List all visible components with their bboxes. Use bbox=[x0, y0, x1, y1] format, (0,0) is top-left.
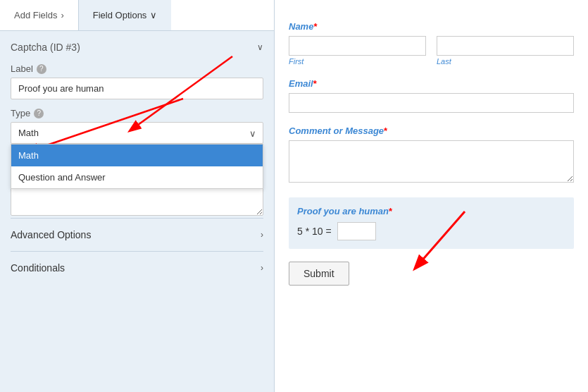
last-name-col: Last bbox=[437, 36, 574, 66]
section-chevron-icon[interactable]: ∨ bbox=[257, 42, 263, 52]
tab-field-options[interactable]: Field Options ∨ bbox=[79, 0, 172, 30]
type-dropdown: Math Question and Answer bbox=[11, 144, 263, 189]
conditionals-arrow-icon: › bbox=[261, 263, 263, 273]
label-help-icon[interactable]: ? bbox=[37, 64, 46, 74]
email-label: Email* bbox=[289, 78, 574, 89]
conditionals-section[interactable]: Conditionals › bbox=[11, 251, 263, 284]
comment-required: * bbox=[384, 125, 387, 136]
email-required: * bbox=[313, 78, 317, 89]
type-select[interactable]: Math bbox=[11, 122, 263, 144]
email-input[interactable] bbox=[289, 93, 574, 113]
type-help-icon[interactable]: ? bbox=[34, 109, 44, 118]
submit-button[interactable]: Submit bbox=[289, 262, 349, 286]
label-input[interactable] bbox=[11, 78, 263, 99]
chevron-right-icon: › bbox=[61, 10, 63, 20]
advanced-options-section[interactable]: Advanced Options › bbox=[11, 218, 263, 251]
dropdown-item-math[interactable]: Math bbox=[11, 145, 263, 166]
first-label: First bbox=[289, 57, 426, 66]
section-header: Captcha (ID #3) ∨ bbox=[11, 42, 263, 53]
name-required: * bbox=[313, 21, 317, 32]
name-field: Name* First Last bbox=[289, 21, 574, 66]
email-field: Email* bbox=[289, 78, 574, 113]
label-field-group: Label ? bbox=[11, 63, 263, 99]
type-field-label: Type ? bbox=[11, 108, 263, 118]
comment-textarea[interactable] bbox=[289, 140, 574, 183]
last-label: Last bbox=[437, 57, 574, 66]
captcha-equation: 5 * 10 = bbox=[297, 226, 332, 237]
type-select-wrapper: Math ∨ Math Question and Answer bbox=[11, 122, 263, 144]
captcha-answer-input[interactable] bbox=[337, 222, 376, 240]
advanced-options-arrow-icon: › bbox=[261, 230, 263, 240]
left-panel: Add Fields › Field Options ∨ Captcha (ID… bbox=[0, 0, 275, 392]
captcha-math: 5 * 10 = bbox=[297, 222, 565, 240]
panel-content: Captcha (ID #3) ∨ Label ? Type ? Math ∨ bbox=[0, 31, 274, 392]
captcha-section: Proof you are human* 5 * 10 = bbox=[289, 197, 574, 249]
first-name-col: First bbox=[289, 36, 426, 66]
captcha-label: Proof you are human* bbox=[297, 206, 565, 216]
comment-field: Comment or Message* bbox=[289, 125, 574, 185]
first-name-input[interactable] bbox=[289, 36, 426, 56]
right-panel: Name* First Last Email* Comment or Messa… bbox=[275, 0, 588, 392]
comment-label: Comment or Message* bbox=[289, 125, 574, 136]
chevron-down-icon: ∨ bbox=[150, 10, 157, 20]
name-row: First Last bbox=[289, 36, 574, 66]
dropdown-item-qa[interactable]: Question and Answer bbox=[11, 166, 263, 188]
name-label: Name* bbox=[289, 21, 574, 32]
tab-add-fields[interactable]: Add Fields › bbox=[0, 0, 78, 30]
tabs-bar: Add Fields › Field Options ∨ bbox=[0, 0, 274, 31]
last-name-input[interactable] bbox=[437, 36, 574, 56]
captcha-required: * bbox=[389, 206, 392, 216]
section-title: Captcha (ID #3) bbox=[11, 42, 80, 53]
type-field-group: Type ? Math ∨ Math Question and Answer bbox=[11, 108, 263, 144]
label-field-label: Label ? bbox=[11, 63, 263, 74]
